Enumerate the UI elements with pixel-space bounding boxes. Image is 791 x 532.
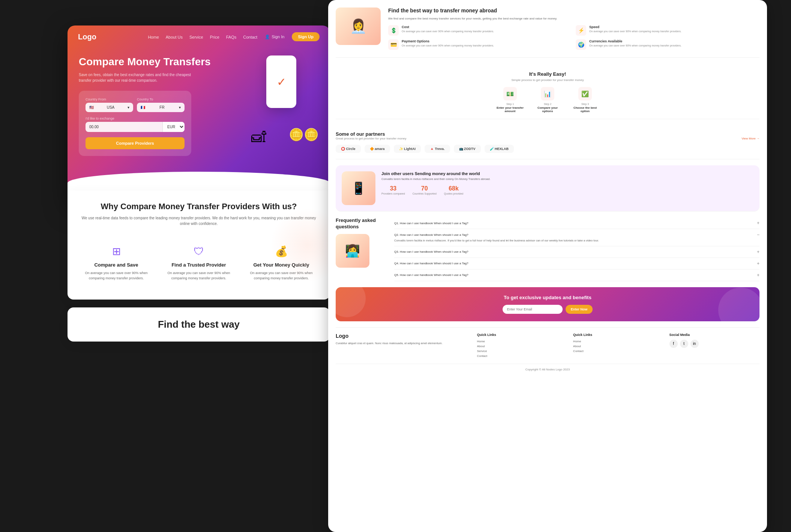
rc-faq-items: Q1. How can I use handbook When should I… — [394, 217, 759, 281]
why-subtitle: We use real-time data feeds to compare t… — [79, 215, 319, 226]
phone-coins-icon: 📱 — [351, 181, 366, 195]
feature-compare-title: Compare and Save — [83, 262, 150, 268]
footer-link-about[interactable]: About — [477, 345, 567, 348]
country-to-label: Country To — [137, 97, 185, 101]
features-row: ⊞ Compare and Save On average you can sa… — [79, 238, 319, 288]
nav-about[interactable]: About Us — [166, 35, 183, 39]
hero-title: Compare Money Transfers — [79, 55, 319, 68]
twitter-icon[interactable]: t — [680, 340, 688, 348]
rc-stat-providers: 33 Providers compared — [381, 185, 405, 195]
feature-compare: ⊞ Compare and Save On average you can sa… — [79, 238, 154, 288]
faq-item-1: Q1. How can I use handbook When should I… — [394, 217, 759, 229]
faq-toggle-1[interactable]: + — [757, 220, 759, 226]
chevron-down-icon: ▾ — [128, 105, 129, 109]
step2-icon: 📊 — [541, 87, 554, 100]
rc-worldwide-section: 📱 Join other users Sending money around … — [336, 165, 759, 211]
user-icon: 👤 — [265, 34, 270, 39]
faq-item-4: Q4. How can I use handbook When should I… — [394, 258, 759, 270]
faq-toggle-2[interactable]: − — [757, 232, 759, 237]
rc-worldwide-image: 📱 — [342, 171, 375, 205]
linkedin-icon[interactable]: in — [690, 340, 699, 348]
rc-step-3: ✅ Step 3 Choose the best option — [570, 87, 600, 113]
rc-faq-section: Frequently asked questions 👩‍💻 Q1. How c… — [336, 217, 759, 281]
rc-faq-image: 👩‍💻 — [336, 234, 369, 268]
rc-feature-currencies-text: Currencies Available On average you can … — [589, 39, 681, 47]
nav-contact[interactable]: Contact — [243, 35, 257, 39]
rc-feature-cost: 💲 Cost On average you can save over 90% … — [388, 25, 572, 36]
footer-link-home2[interactable]: Home — [573, 340, 663, 343]
faq-woman-icon: 👩‍💻 — [345, 244, 360, 258]
step3-icon: ✅ — [578, 87, 592, 100]
rc-easy-section: It's Really Easy! Simple process to get … — [336, 65, 759, 119]
newsletter-email-input[interactable] — [503, 305, 563, 314]
footer-link-home[interactable]: Home — [477, 340, 567, 343]
nav-price[interactable]: Price — [210, 35, 219, 39]
rc-footer-desc: Curabitur aliquet cras et quam. Nunc ris… — [336, 341, 471, 345]
nav-signin[interactable]: 👤 Sign In — [265, 34, 284, 39]
step1-icon: 💵 — [503, 87, 517, 100]
faq-toggle-5[interactable]: + — [757, 273, 759, 278]
hero-content: Compare Money Transfers Save on fees, ob… — [68, 48, 330, 163]
rc-hero-desc: We find and compare the best money trans… — [388, 16, 759, 21]
nav-service[interactable]: Service — [189, 35, 203, 39]
rc-step-1: 💵 Step 1 Enter your transfer amount — [495, 87, 525, 113]
rc-feature-payment-text: Payment Options On average you can save … — [402, 39, 494, 47]
rc-hero-title: Find the best way to transfer money abro… — [388, 7, 759, 13]
newsletter-submit-button[interactable]: Enter Now — [566, 305, 593, 314]
rc-stat-quotes: 68k Quotes provided — [444, 185, 463, 195]
country-from-label: Country From — [86, 97, 133, 101]
right-panel: 👩‍💼 Find the best way to transfer money … — [328, 0, 767, 532]
rc-hero-image: 👩‍💼 — [336, 7, 381, 45]
rc-newsletter-section: To get exclusive updates and benefits En… — [336, 287, 759, 321]
footer-link-service[interactable]: Service — [477, 349, 567, 353]
footer-link-about2[interactable]: About — [573, 345, 663, 348]
nav-home[interactable]: Home — [148, 35, 159, 39]
nav-faqs[interactable]: FAQs — [226, 35, 237, 39]
footer-link-contact[interactable]: Contact — [477, 354, 567, 358]
feature-compare-desc: On average you can save over 90% when co… — [83, 271, 150, 281]
rc-partners-more-link[interactable]: View More → — [741, 137, 759, 140]
navigation: Logo Home About Us Service Price FAQs Co… — [68, 25, 330, 48]
partner-hexlab: 🧪 HEXLAB — [485, 145, 514, 153]
feature-quick-desc: On average you can save over 90% when co… — [248, 271, 315, 281]
find-title: Find the best way — [79, 319, 319, 330]
exchange-input[interactable] — [86, 122, 162, 132]
country-from-group: Country From 🇺🇸 USA ▾ — [86, 97, 133, 112]
currency-select[interactable]: EUR USD GBP — [162, 122, 185, 132]
payment-icon: 💳 — [388, 39, 399, 50]
exchange-input-wrap: EUR USD GBP — [86, 122, 185, 132]
faq-item-3: Q3. How can I use handbook When should I… — [394, 246, 759, 258]
country-to-select[interactable]: 🇫🇷 FR ▾ — [137, 103, 185, 112]
partner-treva: 🔺 Treva. — [425, 145, 450, 153]
country-to-group: Country To 🇫🇷 FR ▾ — [137, 97, 185, 112]
why-compare-section: Why Compare Money Transfer Providers Wit… — [68, 190, 330, 300]
hero-subtitle: Save on fees, obtain the best exchange r… — [79, 72, 191, 83]
footer-link-contact2[interactable]: Contact — [573, 349, 663, 353]
rc-easy-title: It's Really Easy! — [336, 71, 759, 77]
find-best-section: Find the best way — [68, 307, 330, 342]
faq-toggle-4[interactable]: + — [757, 261, 759, 266]
compare-providers-button[interactable]: Compare Providers — [86, 137, 185, 149]
why-title: Why Compare Money Transfer Providers Wit… — [79, 202, 319, 211]
rc-partners-subtitle: Great process to get provider for your t… — [336, 137, 407, 140]
facebook-icon[interactable]: f — [669, 340, 678, 348]
rc-social-icons: f t in — [669, 340, 759, 348]
rc-feature-speed-text: Speed On average you can save over 90% w… — [589, 25, 681, 33]
faq-toggle-3[interactable]: + — [757, 249, 759, 255]
rc-partners-logos: ⭕ Circle 🔶 amara ✨ LightAI 🔺 Treva. 📺 ZO… — [336, 145, 759, 153]
rc-footer-logo: Logo — [336, 333, 471, 339]
money-icon: 💰 — [248, 245, 315, 258]
shield-icon: 🛡 — [165, 245, 233, 258]
rc-partners-header-left: Some of our partners Great process to ge… — [336, 131, 407, 140]
nav-logo: Logo — [78, 33, 96, 41]
rc-footer-grid: Logo Curabitur aliquet cras et quam. Nun… — [336, 333, 759, 359]
country-from-select[interactable]: 🇺🇸 USA ▾ — [86, 103, 133, 112]
rc-worldwide-content: Join other users Sending money around th… — [381, 171, 753, 205]
newsletter-blob-2 — [718, 288, 759, 321]
currencies-icon: 🌍 — [576, 39, 586, 50]
transfer-form: Country From 🇺🇸 USA ▾ Country To 🇫🇷 FR ▾ — [79, 91, 191, 156]
exchange-group: I'd like to exchange EUR USD GBP — [86, 117, 185, 132]
rc-newsletter-title: To get exclusive updates and benefits — [343, 295, 752, 300]
partner-zodtv: 📺 ZODTV — [454, 145, 481, 153]
nav-signup-button[interactable]: Sign Up — [292, 32, 320, 41]
